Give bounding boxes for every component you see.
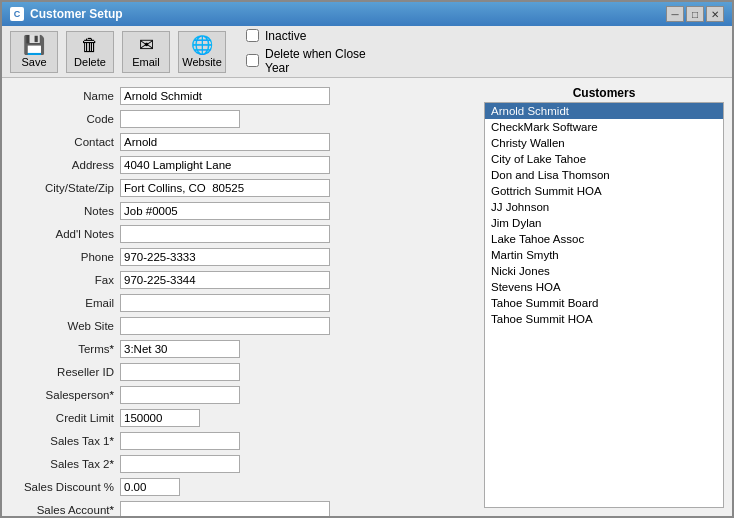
reseller-id-row: Reseller ID [10, 362, 472, 382]
terms-label: Terms [10, 343, 120, 355]
salesperson-label: Salesperson [10, 389, 120, 401]
customer-item[interactable]: Nicki Jones [485, 263, 723, 279]
email-icon: ✉ [139, 36, 154, 54]
email-label: Email [132, 56, 160, 68]
customer-setup-window: C Customer Setup ─ □ ✕ 💾 Save 🗑 Delete ✉… [0, 0, 734, 518]
customer-item[interactable]: Lake Tahoe Assoc [485, 231, 723, 247]
customer-item[interactable]: City of Lake Tahoe [485, 151, 723, 167]
customer-item[interactable]: JJ Johnson [485, 199, 723, 215]
sales-tax-1-input[interactable] [120, 432, 240, 450]
name-input[interactable] [120, 87, 330, 105]
close-button[interactable]: ✕ [706, 6, 724, 22]
reseller-id-input[interactable] [120, 363, 240, 381]
email-row: Email [10, 293, 472, 313]
code-label: Code [10, 113, 120, 125]
customers-section: Customers Arnold SchmidtCheckMark Softwa… [484, 86, 724, 508]
save-icon: 💾 [23, 36, 45, 54]
credit-limit-input[interactable] [120, 409, 200, 427]
sales-tax-2-row: Sales Tax 2 [10, 454, 472, 474]
address-row: Address [10, 155, 472, 175]
web-site-row: Web Site [10, 316, 472, 336]
toolbar-checkboxes: Inactive Delete when Close Year [246, 29, 366, 75]
city-state-zip-input[interactable] [120, 179, 330, 197]
maximize-button[interactable]: □ [686, 6, 704, 22]
customer-item[interactable]: Tahoe Summit Board [485, 295, 723, 311]
salesperson-row: Salesperson [10, 385, 472, 405]
credit-limit-label: Credit Limit [10, 412, 120, 424]
fax-input[interactable] [120, 271, 330, 289]
customer-item[interactable]: Stevens HOA [485, 279, 723, 295]
city-state-zip-label: City/State/Zip [10, 182, 120, 194]
delete-button[interactable]: 🗑 Delete [66, 31, 114, 73]
minimize-button[interactable]: ─ [666, 6, 684, 22]
phone-label: Phone [10, 251, 120, 263]
phone-input[interactable] [120, 248, 330, 266]
contact-row: Contact [10, 132, 472, 152]
sales-discount-row: Sales Discount % [10, 477, 472, 497]
credit-limit-row: Credit Limit [10, 408, 472, 428]
toolbar: 💾 Save 🗑 Delete ✉ Email 🌐 Website Inacti… [2, 26, 732, 78]
save-button[interactable]: 💾 Save [10, 31, 58, 73]
addl-notes-input[interactable] [120, 225, 330, 243]
customer-item[interactable]: Gottrich Summit HOA [485, 183, 723, 199]
sales-tax-2-label: Sales Tax 2 [10, 458, 120, 470]
inactive-label[interactable]: Inactive [265, 29, 306, 43]
email-field-input[interactable] [120, 294, 330, 312]
window-icon: C [10, 7, 24, 21]
sales-tax-2-input[interactable] [120, 455, 240, 473]
salesperson-input[interactable] [120, 386, 240, 404]
name-label: Name [10, 90, 120, 102]
window-controls: ─ □ ✕ [666, 6, 724, 22]
contact-input[interactable] [120, 133, 330, 151]
terms-row: Terms [10, 339, 472, 359]
web-site-label: Web Site [10, 320, 120, 332]
sales-discount-input[interactable] [120, 478, 180, 496]
title-bar: C Customer Setup ─ □ ✕ [2, 2, 732, 26]
sales-account-row: Sales Account [10, 500, 472, 516]
email-field-label: Email [10, 297, 120, 309]
website-label: Website [182, 56, 222, 68]
customer-item[interactable]: Jim Dylan [485, 215, 723, 231]
delete-label: Delete [74, 56, 106, 68]
main-content: Name Code Contact Address City/State/Zip [2, 78, 732, 516]
sales-tax-1-label: Sales Tax 1 [10, 435, 120, 447]
customer-item[interactable]: Christy Wallen [485, 135, 723, 151]
sales-account-input[interactable] [120, 501, 330, 516]
address-label: Address [10, 159, 120, 171]
notes-label: Notes [10, 205, 120, 217]
web-site-input[interactable] [120, 317, 330, 335]
reseller-id-label: Reseller ID [10, 366, 120, 378]
save-label: Save [21, 56, 46, 68]
addl-notes-row: Add'l Notes [10, 224, 472, 244]
phone-row: Phone [10, 247, 472, 267]
notes-row: Notes [10, 201, 472, 221]
delete-when-close-year-checkbox[interactable] [246, 54, 259, 67]
customer-item[interactable]: Martin Smyth [485, 247, 723, 263]
sales-discount-label: Sales Discount % [10, 481, 120, 493]
notes-input[interactable] [120, 202, 330, 220]
window-title: Customer Setup [30, 7, 123, 21]
fax-row: Fax [10, 270, 472, 290]
delete-when-close-year-label[interactable]: Delete when Close Year [265, 47, 366, 75]
addl-notes-label: Add'l Notes [10, 228, 120, 240]
website-button[interactable]: 🌐 Website [178, 31, 226, 73]
name-row: Name [10, 86, 472, 106]
contact-label: Contact [10, 136, 120, 148]
customer-item[interactable]: Don and Lisa Thomson [485, 167, 723, 183]
terms-input[interactable] [120, 340, 240, 358]
code-row: Code [10, 109, 472, 129]
customer-item[interactable]: Tahoe Summit HOA [485, 311, 723, 327]
inactive-checkbox[interactable] [246, 29, 259, 42]
sales-account-label: Sales Account [10, 504, 120, 516]
city-state-zip-row: City/State/Zip [10, 178, 472, 198]
email-button[interactable]: ✉ Email [122, 31, 170, 73]
address-input[interactable] [120, 156, 330, 174]
form-section: Name Code Contact Address City/State/Zip [10, 86, 472, 508]
customer-item[interactable]: Arnold Schmidt [485, 103, 723, 119]
customers-title: Customers [484, 86, 724, 100]
customer-item[interactable]: CheckMark Software [485, 119, 723, 135]
code-input[interactable] [120, 110, 240, 128]
website-icon: 🌐 [191, 36, 213, 54]
customers-list[interactable]: Arnold SchmidtCheckMark SoftwareChristy … [484, 102, 724, 508]
delete-icon: 🗑 [81, 36, 99, 54]
